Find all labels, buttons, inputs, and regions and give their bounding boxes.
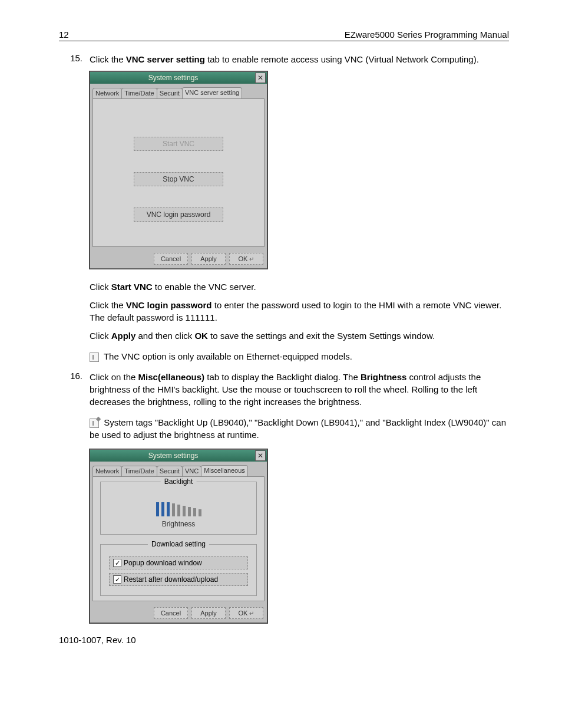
system-settings-dialog-misc: System settings ✕ Network Time/Date Secu… [90,449,267,623]
close-icon[interactable]: ✕ [255,73,266,83]
backlight-group: Backlight Brightness [100,482,257,535]
download-legend: Download setting [148,540,209,548]
page-number: 12 [59,29,69,39]
apply-button[interactable]: Apply [191,607,226,619]
page-header: 12 EZware5000 Series Programming Manual [59,29,509,41]
popup-download-checkbox[interactable]: ✓ Popup download window [109,556,248,569]
tabstrip: Network Time/Date Securit VNC Miscellane… [90,462,267,476]
backlight-legend: Backlight [161,477,197,486]
tab-miscellaneous[interactable]: Miscellaneous [201,465,248,476]
tab-panel: Backlight Brightness [92,476,265,601]
restart-after-download-checkbox[interactable]: ✓ Restart after download/upload [109,573,248,586]
tab-panel: Start VNC Stop VNC VNC login password [92,98,265,247]
tab-network[interactable]: Network [92,88,122,98]
apply-button[interactable]: Apply [191,253,226,265]
system-settings-dialog-vnc: System settings ✕ Network Time/Date Secu… [90,71,267,269]
ok-button[interactable]: OK↵ [229,253,263,265]
page-footer: 1010-1007, Rev. 10 [59,635,509,645]
doc-title: EZware5000 Series Programming Manual [345,29,509,39]
cancel-button[interactable]: Cancel [154,253,188,265]
paragraph: Click the VNC login password to enter th… [90,299,509,324]
step-16: 16. Click on the Misc(ellaneous) tab to … [59,371,509,408]
download-setting-group: Download setting ✓ Popup download window… [100,544,257,596]
dialog-title: System settings [91,452,255,460]
close-icon[interactable]: ✕ [255,450,266,461]
step-number: 16. [59,371,90,408]
note-icon [90,353,99,362]
dialog-title: System settings [91,74,255,82]
brightness-label: Brightness [162,520,196,528]
note: System tags "Backlight Up (LB9040)," "Ba… [90,416,509,441]
tab-security[interactable]: Securit [157,466,183,476]
ok-button[interactable]: OK↵ [229,607,263,619]
step-15: 15. Click the VNC server setting tab to … [59,53,509,65]
vnc-login-password-button[interactable]: VNC login password [134,207,223,222]
cancel-button[interactable]: Cancel [154,607,188,619]
tab-timedate[interactable]: Time/Date [121,466,157,476]
tab-vnc[interactable]: VNC [182,466,201,476]
note-pencil-icon [90,419,99,428]
tab-network[interactable]: Network [92,466,122,476]
paragraph: Click Start VNC to enable the VNC server… [90,281,509,293]
start-vnc-button[interactable]: Start VNC [134,137,223,151]
checkbox-icon: ✓ [113,575,121,584]
tab-timedate[interactable]: Time/Date [121,88,157,98]
enter-key-icon: ↵ [249,256,254,262]
step-text: Click the VNC server setting tab to enab… [90,53,509,65]
step-text: Click on the Misc(ellaneous) tab to disp… [90,371,509,408]
brightness-slider[interactable] [155,501,202,516]
dialog-buttons: Cancel Apply OK↵ [90,249,267,268]
note: The VNC option is only available on Ethe… [90,350,509,363]
enter-key-icon: ↵ [249,610,254,617]
checkbox-icon: ✓ [113,559,121,567]
tab-vnc-server-setting[interactable]: VNC server setting [182,87,242,98]
tab-security[interactable]: Securit [157,88,183,98]
dialog-buttons: Cancel Apply OK↵ [90,604,267,622]
tabstrip: Network Time/Date Securit VNC server set… [90,84,267,98]
stop-vnc-button[interactable]: Stop VNC [134,172,223,186]
titlebar[interactable]: System settings ✕ [90,72,267,84]
paragraph: Click Apply and then click OK to save th… [90,330,509,342]
step-number: 15. [59,53,90,65]
titlebar[interactable]: System settings ✕ [90,450,267,462]
